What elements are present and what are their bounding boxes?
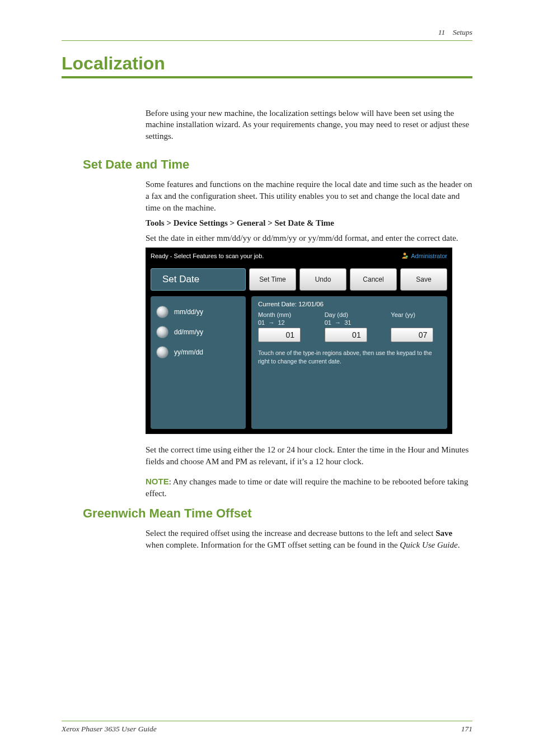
date-entry-panel: Current Date: 12/01/06 Month (mm) 01 → 1… bbox=[251, 296, 447, 429]
current-date-label: Current Date: 12/01/06 bbox=[258, 301, 441, 307]
year-label: Year (yy) bbox=[391, 311, 441, 319]
day-range: 01 → 31 bbox=[325, 319, 374, 326]
radio-icon bbox=[156, 306, 168, 318]
cancel-button[interactable]: Cancel bbox=[350, 268, 397, 291]
intro-paragraph: Before using your new machine, the local… bbox=[146, 108, 472, 142]
sec1-tool-path: Tools > Device Settings > General > Set … bbox=[146, 217, 472, 229]
chapter-num: 11 bbox=[438, 28, 446, 36]
device-status-bar: Ready - Select Features to scan your job… bbox=[146, 248, 452, 268]
guide-name: Quick Use Guide bbox=[400, 540, 457, 549]
sec2-p1: Select the required offset using the inc… bbox=[146, 528, 472, 551]
radio-mmddyy[interactable]: mm/dd/yy bbox=[156, 302, 240, 322]
arrow-right-icon: → bbox=[335, 319, 341, 326]
sec1-p1: Some features and functions on the machi… bbox=[146, 179, 472, 214]
sec1-after1: Set the correct time using either the 12… bbox=[146, 444, 472, 468]
month-input[interactable]: 01 bbox=[258, 328, 301, 342]
radio-ddmmyy[interactable]: dd/mm/yy bbox=[156, 322, 240, 342]
footer-page: 171 bbox=[461, 725, 472, 734]
month-label: Month (mm) bbox=[258, 311, 308, 319]
user-icon bbox=[401, 251, 409, 260]
day-input[interactable]: 01 bbox=[325, 328, 367, 342]
radio-icon bbox=[156, 326, 168, 338]
radio-icon bbox=[156, 346, 168, 358]
page-title: Localization bbox=[62, 53, 472, 74]
radio-yymmdd[interactable]: yy/mm/dd bbox=[156, 342, 240, 362]
title-underline bbox=[62, 76, 472, 78]
undo-button[interactable]: Undo bbox=[299, 268, 346, 291]
save-button[interactable]: Save bbox=[400, 268, 447, 291]
year-field: Year (yy) 07 bbox=[391, 311, 441, 343]
status-text: Ready - Select Features to scan your job… bbox=[151, 253, 264, 259]
device-screenshot: Ready - Select Features to scan your job… bbox=[146, 248, 452, 434]
page-header: 11 Setups bbox=[62, 28, 472, 40]
svg-point-0 bbox=[404, 253, 406, 255]
footer-doc: Xerox Phaser 3635 User Guide bbox=[62, 725, 157, 734]
section-heading-set-date-time: Set Date and Time bbox=[83, 157, 472, 172]
tab-set-time[interactable]: Set Time bbox=[249, 268, 296, 291]
admin-badge: Administrator bbox=[401, 251, 447, 260]
admin-label: Administrator bbox=[411, 253, 447, 259]
date-fields: Month (mm) 01 → 12 01 Day (dd) 01 → bbox=[258, 311, 441, 343]
day-label: Day (dd) bbox=[325, 311, 374, 319]
note-label: NOTE bbox=[146, 477, 169, 486]
header-rule bbox=[62, 40, 472, 41]
date-format-panel: mm/dd/yy dd/mm/yy yy/mm/dd bbox=[151, 296, 246, 429]
note-text: : Any changes made to time or date will … bbox=[146, 477, 469, 498]
device-body: mm/dd/yy dd/mm/yy yy/mm/dd Current Date:… bbox=[146, 296, 452, 433]
year-input[interactable]: 07 bbox=[391, 328, 433, 342]
radio-label: dd/mm/yy bbox=[174, 328, 203, 336]
year-range-spacer bbox=[391, 319, 441, 326]
day-field: Day (dd) 01 → 31 01 bbox=[325, 311, 374, 343]
sec1-p2: Set the date in either mm/dd/yy or dd/mm… bbox=[146, 232, 472, 244]
device-tab-row: Set Date Set Time Undo Cancel Save bbox=[146, 268, 452, 296]
page-footer: Xerox Phaser 3635 User Guide 171 bbox=[62, 721, 472, 734]
section-heading-gmt: Greenwich Mean Time Offset bbox=[83, 506, 472, 521]
chapter-name: Setups bbox=[453, 28, 472, 36]
arrow-right-icon: → bbox=[268, 319, 274, 326]
month-range: 01 → 12 bbox=[258, 319, 308, 326]
radio-label: yy/mm/dd bbox=[174, 348, 203, 356]
month-field: Month (mm) 01 → 12 01 bbox=[258, 311, 308, 343]
tab-set-date[interactable]: Set Date bbox=[151, 268, 246, 291]
radio-label: mm/dd/yy bbox=[174, 308, 203, 316]
sec1-note: NOTE: Any changes made to time or date w… bbox=[146, 475, 472, 500]
instruction-hint: Touch one of the type-in regions above, … bbox=[258, 349, 441, 365]
save-word: Save bbox=[435, 529, 452, 538]
